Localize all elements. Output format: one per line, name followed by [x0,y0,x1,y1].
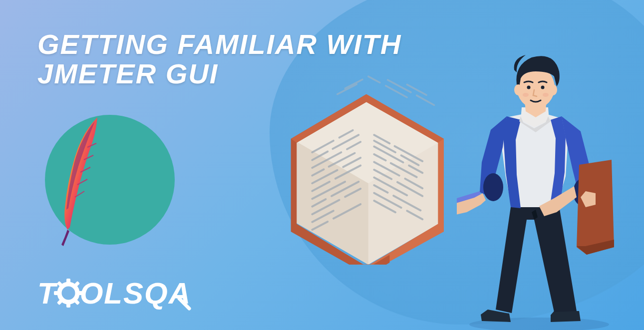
svg-point-0 [59,284,77,302]
apache-feather-icon [47,112,117,252]
svg-rect-3 [54,291,59,295]
svg-line-50 [386,86,407,97]
svg-line-9 [179,299,189,309]
svg-point-65 [523,93,529,97]
svg-line-53 [417,95,434,105]
monitor-illustration [260,75,469,265]
svg-line-49 [368,76,380,82]
svg-point-58 [483,173,503,201]
svg-line-52 [388,80,411,92]
svg-rect-2 [66,303,70,308]
svg-line-54 [407,84,426,95]
businessman-illustration [457,47,617,330]
toolsqa-logo: T OLSQA [37,274,195,313]
svg-rect-1 [66,279,70,284]
svg-line-51 [337,84,357,94]
svg-point-66 [543,93,549,97]
magnifier-icon [175,283,195,313]
svg-point-64 [541,86,545,89]
logo-text-suffix: OLSQA [80,276,191,311]
svg-point-63 [527,86,531,89]
gear-o-icon [53,278,84,309]
svg-point-61 [514,84,522,95]
heading-line-1: GETTING FAMILIAR WITH [37,30,401,59]
svg-line-48 [345,79,362,88]
svg-point-62 [549,84,557,95]
